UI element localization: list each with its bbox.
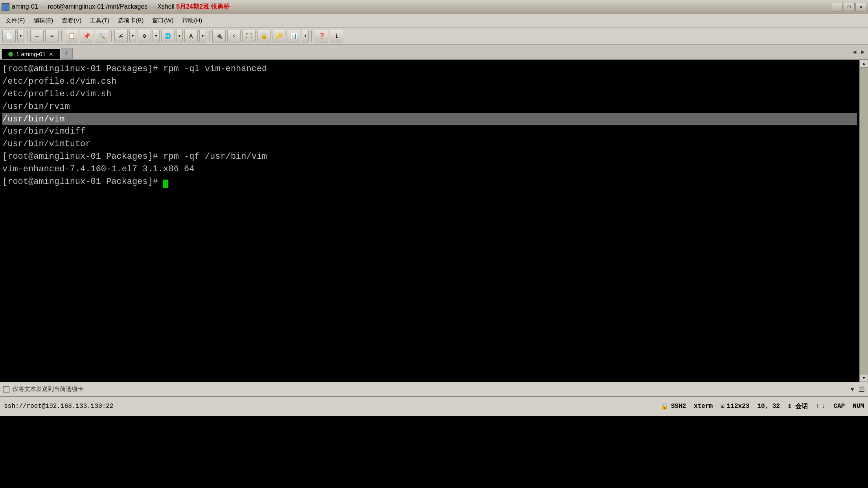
toolbar-separator-2: [61, 31, 62, 42]
menu-file[interactable]: 文件(F): [2, 16, 29, 25]
new-tab-button[interactable]: +: [61, 48, 73, 59]
protocol-badge: SSH2: [671, 403, 686, 410]
position-status: 10, 32: [757, 403, 780, 410]
copy-button[interactable]: 📋: [65, 30, 78, 42]
key-button[interactable]: 🔑: [272, 30, 285, 42]
tab-label: 1 aming-01: [16, 51, 46, 57]
font-dropdown[interactable]: ▾: [199, 30, 206, 42]
toolbar-separator-4: [209, 31, 210, 42]
toolbar: 📄 ▾ ✏️ ↩ 📋 📌 🔍 🖨 ▾ ⚙ ▾ 🌐 ▾ A ▾ 🔌 ⚡ ⛶ 🔒 🔑…: [0, 28, 868, 45]
lock-status: 🔒 SSH2: [661, 402, 686, 410]
font-button[interactable]: A: [184, 30, 198, 42]
maximize-button[interactable]: □: [844, 3, 855, 11]
title-bar: aming-01 — root@aminglinux-01:/mnt/Packa…: [0, 0, 868, 14]
tab-connection-indicator: [8, 52, 13, 57]
tab-nav-left-button[interactable]: ◀: [851, 48, 858, 56]
terminal-cursor: [163, 180, 168, 188]
disconnect-button[interactable]: ⚡: [227, 30, 241, 42]
scroll-down-arrow[interactable]: ▼: [860, 374, 868, 382]
toolbar-separator-3: [111, 31, 112, 42]
menu-tabs[interactable]: 选项卡(B): [114, 16, 147, 25]
terminal-line-6: /usr/bin/vimdiff: [2, 125, 857, 138]
toolbar-separator-5: [311, 31, 312, 42]
position-badge: 10, 32: [757, 403, 780, 410]
ssh-info: ssh://root@192.168.133.130:22: [4, 403, 113, 410]
caps-lock-status: CAP: [833, 403, 845, 410]
session-count: 1 会话: [788, 402, 808, 411]
find-button[interactable]: 🔍: [95, 30, 108, 42]
terminal-line-2: /etc/profile.d/vim.csh: [2, 75, 857, 88]
grid-icon: ⊞: [721, 402, 725, 410]
terminal-line-7: /usr/bin/vimtutor: [2, 138, 857, 150]
app-icon: [2, 3, 9, 11]
log-button[interactable]: 📊: [287, 30, 300, 42]
title-text: aming-01 — root@aminglinux-01:/mnt/Packa…: [12, 3, 230, 11]
lock-button[interactable]: 🔒: [257, 30, 270, 42]
print-dropdown[interactable]: ▾: [129, 30, 136, 42]
window-controls: ─ □ ✕: [832, 3, 866, 11]
toolbar-separator-1: [27, 31, 28, 42]
terminal-badge: xterm: [694, 403, 713, 410]
terminal[interactable]: [root@aminglinux-01 Packages]# rpm -ql v…: [0, 60, 859, 382]
send-to-tab-label: 仅将文本发送到当前选项卡: [13, 385, 83, 393]
tab-bar: 1 aming-01 ✕ + ◀ ▶: [0, 45, 868, 60]
tab-navigation: ◀ ▶: [851, 48, 866, 56]
scroll-down-status[interactable]: ↓: [822, 403, 826, 410]
edit-button[interactable]: ✏️: [30, 30, 44, 42]
scroll-track[interactable]: [860, 68, 868, 374]
minimize-button[interactable]: ─: [832, 3, 843, 11]
dimensions-badge: 112x23: [727, 403, 750, 410]
globe-button[interactable]: 🌐: [161, 30, 175, 42]
menu-help[interactable]: 帮助(H): [178, 16, 206, 25]
globe-dropdown[interactable]: ▾: [176, 30, 183, 42]
scroll-up-arrow[interactable]: ▲: [860, 60, 868, 68]
help-button[interactable]: ❓: [315, 30, 328, 42]
menu-edit[interactable]: 编辑(E): [29, 16, 57, 25]
tab-close-button[interactable]: ✕: [49, 51, 53, 57]
log-dropdown[interactable]: ▾: [302, 30, 309, 42]
scroll-controls[interactable]: ↑ ↓: [816, 403, 826, 410]
dimensions-status: ⊞ 112x23: [721, 402, 749, 410]
bottom-bar: 仅将文本发送到当前选项卡 ▼ ☰: [0, 382, 868, 396]
terminal-line-4: /usr/bin/rvim: [2, 101, 857, 113]
terminal-line-10: [root@aminglinux-01 Packages]#: [2, 176, 857, 188]
fullscreen-button[interactable]: ⛶: [242, 30, 256, 42]
scroll-up-status[interactable]: ↑: [816, 403, 820, 410]
menu-icon[interactable]: ☰: [859, 385, 865, 394]
menu-view[interactable]: 查看(V): [58, 16, 85, 25]
menu-tools[interactable]: 工具(T): [86, 16, 113, 25]
info-button[interactable]: ℹ: [330, 30, 343, 42]
close-button[interactable]: ✕: [855, 3, 866, 11]
session-badge: 1 会话: [788, 402, 808, 411]
status-bar: ssh://root@192.168.133.130:22 🔒 SSH2 xte…: [0, 396, 868, 416]
terminal-line-3: /etc/profile.d/vim.sh: [2, 88, 857, 101]
status-right: 🔒 SSH2 xterm ⊞ 112x23 10, 32 1 会话 ↑ ↓ CA…: [661, 402, 864, 411]
settings-button[interactable]: ⚙: [138, 30, 151, 42]
send-to-tab-checkbox[interactable]: [3, 386, 9, 393]
num-lock-badge: NUM: [853, 403, 864, 410]
menu-window[interactable]: 窗口(W): [148, 16, 177, 25]
session-dropdown[interactable]: ▾: [17, 30, 24, 42]
settings-dropdown[interactable]: ▾: [153, 30, 159, 42]
lock-icon: 🔒: [661, 402, 669, 410]
terminal-line-1: [root@aminglinux-01 Packages]# rpm -ql v…: [2, 63, 857, 75]
connect-button[interactable]: 🔌: [212, 30, 226, 42]
terminal-container: [root@aminglinux-01 Packages]# rpm -ql v…: [0, 60, 868, 382]
terminal-line-8: [root@aminglinux-01 Packages]# rpm -qf /…: [2, 150, 857, 163]
print-button[interactable]: 🖨: [114, 30, 128, 42]
tab-aming01[interactable]: 1 aming-01 ✕: [2, 49, 60, 59]
menu-bar: 文件(F) 编辑(E) 查看(V) 工具(T) 选项卡(B) 窗口(W) 帮助(…: [0, 14, 868, 28]
terminal-line-9: vim-enhanced-7.4.160-1.el7_3.1.x86_64: [2, 163, 857, 176]
terminal-scrollbar[interactable]: ▲ ▼: [859, 60, 868, 382]
new-session-button[interactable]: 📄: [2, 30, 16, 42]
terminal-type: xterm: [694, 403, 713, 410]
num-lock-status: NUM: [853, 403, 864, 410]
paste-button[interactable]: 📌: [80, 30, 93, 42]
dropdown-arrow[interactable]: ▼: [849, 386, 855, 393]
undo-button[interactable]: ↩: [45, 30, 59, 42]
title-highlight: 5月24期2班 张勇桥: [176, 3, 230, 10]
terminal-line-5-highlighted: /usr/bin/vim: [2, 113, 857, 126]
tab-nav-right-button[interactable]: ▶: [859, 48, 866, 56]
caps-lock-badge: CAP: [833, 403, 845, 410]
